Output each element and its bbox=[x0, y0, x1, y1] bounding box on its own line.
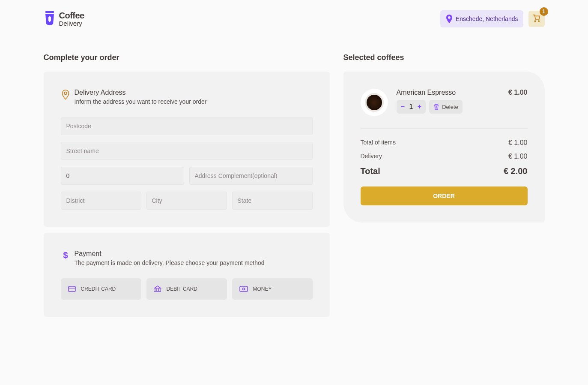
dollar-icon: $ bbox=[61, 251, 70, 260]
svg-rect-3 bbox=[69, 286, 75, 292]
shopping-cart-icon bbox=[532, 15, 541, 23]
state-input[interactable] bbox=[232, 192, 313, 210]
delete-label: Delete bbox=[442, 104, 458, 110]
svg-point-1 bbox=[64, 92, 67, 95]
cart-card: American Espresso − 1 + Delete bbox=[343, 72, 545, 223]
address-subtitle: Inform the address you want to receive y… bbox=[75, 98, 207, 105]
cart-item-name: American Espresso bbox=[397, 89, 500, 96]
number-input[interactable] bbox=[61, 167, 184, 185]
street-input[interactable] bbox=[61, 142, 313, 160]
debit-label: DEBIT CARD bbox=[167, 286, 197, 292]
coffee-image bbox=[361, 89, 388, 116]
qty-plus-button[interactable]: + bbox=[417, 103, 422, 111]
coffee-cup-icon bbox=[44, 11, 56, 27]
bank-icon bbox=[154, 286, 161, 292]
checkout-title: Complete your order bbox=[44, 53, 330, 62]
debit-card-button[interactable]: DEBIT CARD bbox=[146, 278, 227, 300]
logo-text-2: Delivery bbox=[59, 20, 84, 27]
payment-card: $ Payment The payment is made on deliver… bbox=[44, 233, 330, 317]
payment-subtitle: The payment is made on delivery. Please … bbox=[75, 259, 265, 266]
address-card: Delivery Address Inform the address you … bbox=[44, 72, 330, 227]
svg-rect-5 bbox=[240, 286, 248, 292]
items-value: € 1.00 bbox=[508, 139, 527, 147]
order-button[interactable]: ORDER bbox=[361, 186, 528, 205]
city-input[interactable] bbox=[146, 192, 227, 210]
delivery-value: € 1.00 bbox=[508, 153, 527, 160]
svg-rect-0 bbox=[45, 11, 54, 13]
payment-title: Payment bbox=[75, 250, 265, 258]
items-label: Total of items bbox=[361, 139, 396, 147]
quantity-stepper: − 1 + bbox=[397, 100, 426, 114]
total-label: Total bbox=[361, 166, 380, 176]
cart-button[interactable]: 1 bbox=[528, 11, 545, 27]
svg-point-6 bbox=[242, 288, 245, 290]
credit-label: CREDIT CARD bbox=[81, 286, 116, 292]
credit-card-icon bbox=[68, 286, 76, 292]
map-pin-outline-icon bbox=[61, 90, 70, 100]
qty-value: 1 bbox=[408, 103, 414, 111]
cart-title: Selected coffees bbox=[343, 53, 545, 62]
total-value: € 2.00 bbox=[504, 166, 528, 176]
header: Coffee Delivery Enschede, Netherlands 1 bbox=[44, 10, 545, 27]
cart-badge: 1 bbox=[540, 7, 548, 16]
postcode-input[interactable] bbox=[61, 117, 313, 135]
delete-button[interactable]: Delete bbox=[429, 100, 463, 114]
cash-icon bbox=[239, 286, 248, 292]
map-pin-icon bbox=[445, 15, 453, 23]
delivery-label: Delivery bbox=[361, 153, 382, 160]
svg-text:$: $ bbox=[63, 251, 68, 260]
location-pill[interactable]: Enschede, Netherlands bbox=[440, 10, 523, 27]
credit-card-button[interactable]: CREDIT CARD bbox=[61, 278, 141, 300]
trash-icon bbox=[433, 103, 439, 110]
money-label: MONEY bbox=[253, 286, 272, 292]
logo[interactable]: Coffee Delivery bbox=[44, 11, 84, 27]
logo-text-1: Coffee bbox=[59, 11, 84, 20]
location-text: Enschede, Netherlands bbox=[456, 15, 518, 22]
cart-item: American Espresso − 1 + Delete bbox=[361, 89, 528, 129]
complement-input[interactable] bbox=[189, 167, 313, 185]
cart-item-price: € 1.00 bbox=[508, 89, 527, 116]
district-input[interactable] bbox=[61, 192, 141, 210]
qty-minus-button[interactable]: − bbox=[400, 103, 406, 111]
money-button[interactable]: MONEY bbox=[232, 278, 313, 300]
address-title: Delivery Address bbox=[75, 89, 207, 96]
